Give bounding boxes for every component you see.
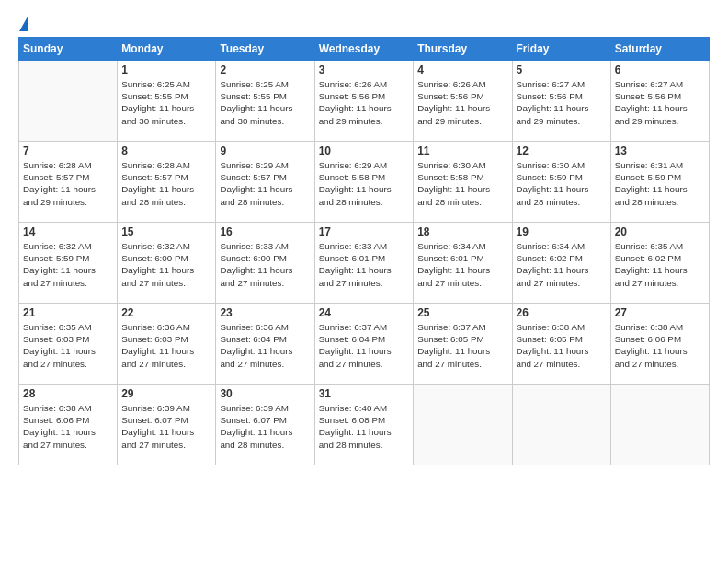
- cell-info-text: Sunrise: 6:26 AMSunset: 5:56 PMDaylight:…: [319, 78, 410, 127]
- calendar-cell: [414, 385, 512, 465]
- calendar-week-row: 21Sunrise: 6:35 AMSunset: 6:03 PMDayligh…: [19, 304, 710, 385]
- cell-info-text: Sunrise: 6:35 AMSunset: 6:03 PMDaylight:…: [23, 321, 113, 370]
- cell-info-line: Sunrise: 6:26 AM: [319, 79, 388, 89]
- calendar-cell: 17Sunrise: 6:33 AMSunset: 6:01 PMDayligh…: [314, 223, 414, 304]
- cell-info-text: Sunrise: 6:33 AMSunset: 6:01 PMDaylight:…: [319, 240, 410, 289]
- cell-info-line: and 27 minutes.: [517, 278, 581, 288]
- calendar-week-row: 14Sunrise: 6:32 AMSunset: 5:59 PMDayligh…: [19, 223, 710, 304]
- cell-info-line: Sunset: 5:56 PM: [319, 91, 385, 101]
- cell-info-line: and 27 minutes.: [23, 359, 87, 369]
- cell-date-number: 3: [319, 63, 410, 76]
- cell-info-line: Daylight: 11 hours: [517, 184, 589, 194]
- cell-date-number: 25: [417, 306, 507, 319]
- calendar-cell: 23Sunrise: 6:36 AMSunset: 6:04 PMDayligh…: [216, 304, 314, 385]
- cell-date-number: 16: [220, 225, 310, 238]
- cell-info-text: Sunrise: 6:28 AMSunset: 5:57 PMDaylight:…: [121, 159, 211, 208]
- cell-info-line: Sunset: 6:07 PM: [220, 415, 286, 425]
- cell-info-text: Sunrise: 6:29 AMSunset: 5:58 PMDaylight:…: [319, 159, 410, 208]
- cell-info-line: Daylight: 11 hours: [417, 103, 490, 113]
- cell-info-line: Sunset: 5:57 PM: [220, 172, 286, 182]
- cell-info-line: and 27 minutes.: [615, 278, 679, 288]
- calendar-cell: 12Sunrise: 6:30 AMSunset: 5:59 PMDayligh…: [512, 142, 610, 223]
- calendar-cell: 29Sunrise: 6:39 AMSunset: 6:07 PMDayligh…: [118, 385, 216, 465]
- cell-info-line: Daylight: 11 hours: [615, 103, 688, 113]
- cell-info-line: Sunrise: 6:38 AM: [615, 322, 684, 332]
- header: [18, 17, 710, 28]
- cell-info-line: Sunrise: 6:27 AM: [517, 79, 586, 89]
- cell-date-number: 21: [23, 306, 113, 319]
- cell-info-line: Sunset: 6:01 PM: [319, 253, 385, 263]
- cell-info-line: Sunset: 6:04 PM: [220, 334, 286, 344]
- cell-info-line: and 27 minutes.: [220, 359, 284, 369]
- calendar-cell: 15Sunrise: 6:32 AMSunset: 6:00 PMDayligh…: [118, 223, 216, 304]
- cell-info-line: Sunrise: 6:28 AM: [23, 160, 92, 170]
- cell-info-line: Daylight: 11 hours: [615, 184, 688, 194]
- cell-date-number: 29: [121, 387, 211, 400]
- cell-info-line: and 29 minutes.: [615, 116, 679, 126]
- cell-info-line: Sunrise: 6:40 AM: [319, 403, 388, 413]
- cell-info-line: Daylight: 11 hours: [121, 427, 194, 437]
- calendar-cell: 4Sunrise: 6:26 AMSunset: 5:56 PMDaylight…: [414, 61, 512, 142]
- cell-info-text: Sunrise: 6:36 AMSunset: 6:03 PMDaylight:…: [121, 321, 211, 370]
- cell-info-line: and 28 minutes.: [319, 197, 383, 207]
- cell-info-line: Daylight: 11 hours: [23, 184, 96, 194]
- cell-info-line: Sunrise: 6:37 AM: [319, 322, 388, 332]
- cell-info-line: Sunrise: 6:30 AM: [417, 160, 486, 170]
- cell-info-line: and 27 minutes.: [417, 359, 482, 369]
- cell-date-number: 15: [121, 225, 211, 238]
- cell-info-text: Sunrise: 6:38 AMSunset: 6:06 PMDaylight:…: [23, 402, 113, 451]
- cell-info-line: Sunset: 6:03 PM: [121, 334, 188, 344]
- cell-info-line: Daylight: 11 hours: [220, 346, 292, 356]
- cell-info-line: Daylight: 11 hours: [121, 184, 194, 194]
- cell-info-line: and 29 minutes.: [319, 116, 383, 126]
- day-header-sunday: Sunday: [19, 38, 118, 61]
- cell-info-text: Sunrise: 6:31 AMSunset: 5:59 PMDaylight:…: [615, 159, 705, 208]
- cell-info-line: Sunset: 6:00 PM: [220, 253, 286, 263]
- cell-info-text: Sunrise: 6:37 AMSunset: 6:04 PMDaylight:…: [319, 321, 410, 370]
- cell-info-text: Sunrise: 6:40 AMSunset: 6:08 PMDaylight:…: [319, 402, 410, 451]
- cell-info-text: Sunrise: 6:32 AMSunset: 5:59 PMDaylight:…: [23, 240, 113, 289]
- cell-info-line: and 28 minutes.: [615, 197, 679, 207]
- cell-info-text: Sunrise: 6:39 AMSunset: 6:07 PMDaylight:…: [220, 402, 310, 451]
- cell-info-line: Sunrise: 6:38 AM: [23, 403, 92, 413]
- cell-info-line: Daylight: 11 hours: [220, 427, 292, 437]
- cell-date-number: 24: [319, 306, 410, 319]
- cell-date-number: 11: [417, 144, 507, 157]
- cell-info-line: Sunset: 6:08 PM: [319, 415, 385, 425]
- calendar-cell: 31Sunrise: 6:40 AMSunset: 6:08 PMDayligh…: [314, 385, 414, 465]
- cell-info-line: and 28 minutes.: [121, 197, 186, 207]
- cell-info-line: Daylight: 11 hours: [517, 103, 589, 113]
- cell-info-line: Sunset: 6:01 PM: [417, 253, 483, 263]
- cell-info-line: Sunset: 6:07 PM: [121, 415, 188, 425]
- calendar-cell: 21Sunrise: 6:35 AMSunset: 6:03 PMDayligh…: [19, 304, 118, 385]
- cell-info-line: Sunrise: 6:36 AM: [220, 322, 289, 332]
- cell-date-number: 2: [220, 63, 310, 76]
- cell-info-line: Sunrise: 6:28 AM: [121, 160, 190, 170]
- cell-info-line: Daylight: 11 hours: [220, 265, 292, 275]
- cell-info-line: Daylight: 11 hours: [121, 103, 194, 113]
- cell-info-line: Daylight: 11 hours: [220, 184, 292, 194]
- calendar-week-row: 28Sunrise: 6:38 AMSunset: 6:06 PMDayligh…: [19, 385, 710, 465]
- cell-info-line: Sunrise: 6:34 AM: [517, 241, 586, 251]
- cell-info-line: Daylight: 11 hours: [23, 265, 96, 275]
- cell-info-text: Sunrise: 6:26 AMSunset: 5:56 PMDaylight:…: [417, 78, 507, 127]
- calendar-week-row: 1Sunrise: 6:25 AMSunset: 5:55 PMDaylight…: [19, 61, 710, 142]
- logo-triangle-icon: [19, 17, 28, 31]
- cell-info-line: Sunset: 5:59 PM: [23, 253, 89, 263]
- calendar-cell: 27Sunrise: 6:38 AMSunset: 6:06 PMDayligh…: [610, 304, 709, 385]
- cell-info-text: Sunrise: 6:27 AMSunset: 5:56 PMDaylight:…: [517, 78, 607, 127]
- cell-info-line: Sunrise: 6:39 AM: [220, 403, 289, 413]
- cell-info-line: Sunrise: 6:27 AM: [615, 79, 684, 89]
- cell-info-line: Daylight: 11 hours: [517, 346, 589, 356]
- cell-date-number: 27: [615, 306, 705, 319]
- calendar-cell: 6Sunrise: 6:27 AMSunset: 5:56 PMDaylight…: [610, 61, 709, 142]
- cell-info-line: Sunrise: 6:26 AM: [417, 79, 486, 89]
- day-header-tuesday: Tuesday: [216, 38, 314, 61]
- cell-info-line: Sunrise: 6:37 AM: [417, 322, 486, 332]
- calendar-table: SundayMondayTuesdayWednesdayThursdayFrid…: [18, 37, 710, 465]
- cell-info-line: Daylight: 11 hours: [319, 427, 392, 437]
- calendar-cell: 20Sunrise: 6:35 AMSunset: 6:02 PMDayligh…: [610, 223, 709, 304]
- cell-info-text: Sunrise: 6:37 AMSunset: 6:05 PMDaylight:…: [417, 321, 507, 370]
- cell-info-line: and 30 minutes.: [220, 116, 284, 126]
- cell-info-line: Sunset: 6:06 PM: [23, 415, 89, 425]
